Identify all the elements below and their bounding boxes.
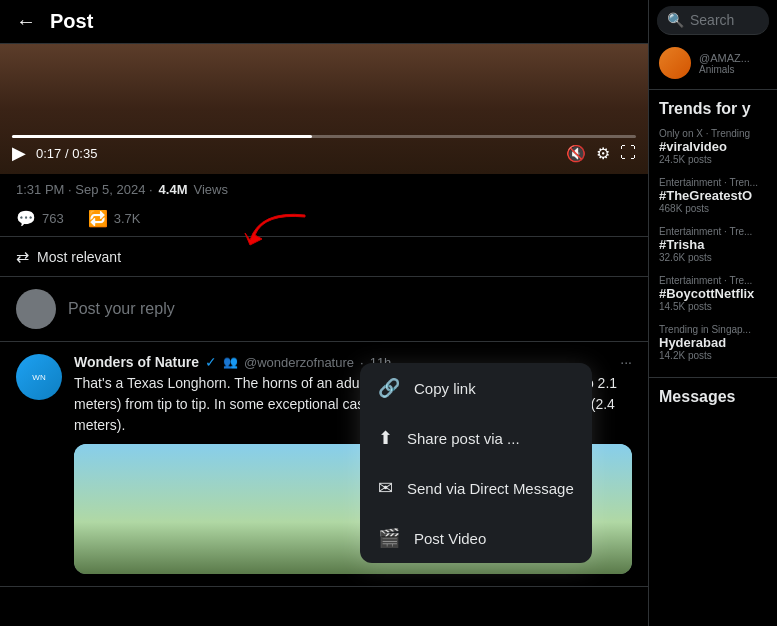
video-controls: ▶ 0:17 / 0:35 🔇 ⚙ ⛶	[12, 142, 636, 164]
retweet-icon: 🔁	[88, 209, 108, 228]
share-post-item[interactable]: ⬆ Share post via ...	[360, 413, 592, 463]
verified-badge: ✓	[205, 354, 217, 370]
retweet-count: 3.7K	[114, 211, 141, 226]
video-progress-bar[interactable]	[12, 135, 636, 138]
copy-link-item[interactable]: 🔗 Copy link	[360, 363, 592, 413]
profile-mini-handle: @AMAZ...	[699, 52, 750, 64]
comment-count: 763	[42, 211, 64, 226]
right-panel: 🔍 Search @AMAZ... Animals Trends for y O…	[648, 0, 777, 626]
reply-display-name: Wonders of Nature	[74, 354, 199, 370]
play-button[interactable]: ▶	[12, 142, 26, 164]
video-progress-fill	[12, 135, 312, 138]
profile-mini-avatar	[659, 47, 691, 79]
search-bar[interactable]: 🔍 Search	[657, 6, 769, 35]
post-video-label: Post Video	[414, 530, 486, 547]
post-header: ← Post	[0, 0, 648, 44]
profile-mini-info: @AMAZ... Animals	[699, 52, 750, 75]
more-options-button[interactable]: ···	[620, 354, 632, 370]
context-menu: 🔗 Copy link ⬆ Share post via ... ✉ Send …	[360, 363, 592, 563]
trend-category-2: Entertainment · Tren...	[659, 177, 767, 188]
sort-icon: ⇄	[16, 247, 29, 266]
direct-message-item[interactable]: ✉ Send via Direct Message	[360, 463, 592, 513]
fullscreen-button[interactable]: ⛶	[620, 144, 636, 162]
back-button[interactable]: ←	[16, 10, 36, 33]
profile-mini-sub: Animals	[699, 64, 750, 75]
trends-title: Trends for y	[659, 100, 767, 118]
group-badge: 👥	[223, 355, 238, 369]
direct-message-icon: ✉	[378, 477, 393, 499]
trend-item-5[interactable]: Trending in Singap... Hyderabad 14.2K po…	[659, 324, 767, 361]
post-views-label: Views	[194, 182, 228, 197]
post-views-count: 4.4M	[159, 182, 188, 197]
trends-section: Trends for y Only on X · Trending #viral…	[649, 90, 777, 373]
sort-label: Most relevant	[37, 249, 121, 265]
volume-button[interactable]: 🔇	[566, 144, 586, 163]
profile-mini[interactable]: @AMAZ... Animals	[649, 41, 777, 90]
page-title: Post	[50, 10, 93, 33]
post-video-item[interactable]: 🎬 Post Video	[360, 513, 592, 563]
trend-tag-4: #BoycottNetflix	[659, 286, 767, 301]
trend-category-3: Entertainment · Tre...	[659, 226, 767, 237]
reply-input-row: Post your reply	[0, 277, 648, 342]
comment-action[interactable]: 💬 763	[16, 209, 64, 228]
trend-category-5: Trending in Singap...	[659, 324, 767, 335]
trend-count-1: 24.5K posts	[659, 154, 767, 165]
trend-tag-5: Hyderabad	[659, 335, 767, 350]
trend-item-3[interactable]: Entertainment · Tre... #Trisha 32.6K pos…	[659, 226, 767, 263]
messages-title: Messages	[659, 388, 767, 406]
direct-message-label: Send via Direct Message	[407, 480, 574, 497]
post-video-icon: 🎬	[378, 527, 400, 549]
trend-tag-3: #Trisha	[659, 237, 767, 252]
post-meta: 1:31 PM · Sep 5, 2024 · 4.4M Views	[0, 174, 648, 205]
reply-avatar-inner: WN	[16, 354, 62, 400]
trend-category-4: Entertainment · Tre...	[659, 275, 767, 286]
trend-tag-1: #viralvideo	[659, 139, 767, 154]
trend-tag-2: #TheGreatestO	[659, 188, 767, 203]
sort-button[interactable]: ⇄ Most relevant	[16, 247, 121, 266]
user-avatar	[16, 289, 56, 329]
share-post-icon: ⬆	[378, 427, 393, 449]
reply-handle: @wonderzofnature	[244, 355, 354, 370]
video-time: 0:17 / 0:35	[36, 146, 97, 161]
trend-count-5: 14.2K posts	[659, 350, 767, 361]
share-post-label: Share post via ...	[407, 430, 520, 447]
search-icon: 🔍	[667, 12, 684, 28]
retweet-action[interactable]: 🔁 3.7K	[88, 209, 141, 228]
trend-count-4: 14.5K posts	[659, 301, 767, 312]
search-placeholder: Search	[690, 12, 734, 28]
trend-count-3: 32.6K posts	[659, 252, 767, 263]
messages-section: Messages	[649, 377, 777, 406]
left-panel: ← Post ▶ 0:17 / 0:35 🔇 ⚙ ⛶ 1:31 PM · Sep…	[0, 0, 648, 626]
action-row: 💬 763 🔁 3.7K 🔗 Copy link ⬆ Share post vi…	[0, 205, 648, 237]
video-right-controls: 🔇 ⚙ ⛶	[566, 144, 636, 163]
sort-bar: ⇄ Most relevant	[0, 237, 648, 277]
comment-icon: 💬	[16, 209, 36, 228]
trend-item-1[interactable]: Only on X · Trending #viralvideo 24.5K p…	[659, 128, 767, 165]
trend-item-2[interactable]: Entertainment · Tren... #TheGreatestO 46…	[659, 177, 767, 214]
reply-placeholder-text[interactable]: Post your reply	[68, 300, 175, 318]
copy-link-label: Copy link	[414, 380, 476, 397]
copy-link-icon: 🔗	[378, 377, 400, 399]
video-player: ▶ 0:17 / 0:35 🔇 ⚙ ⛶	[0, 44, 648, 174]
reply-post-avatar: WN	[16, 354, 62, 400]
video-left-controls: ▶ 0:17 / 0:35	[12, 142, 97, 164]
post-time: 1:31 PM · Sep 5, 2024 ·	[16, 182, 153, 197]
settings-button[interactable]: ⚙	[596, 144, 610, 163]
trend-item-4[interactable]: Entertainment · Tre... #BoycottNetflix 1…	[659, 275, 767, 312]
trend-count-2: 468K posts	[659, 203, 767, 214]
trend-category-1: Only on X · Trending	[659, 128, 767, 139]
